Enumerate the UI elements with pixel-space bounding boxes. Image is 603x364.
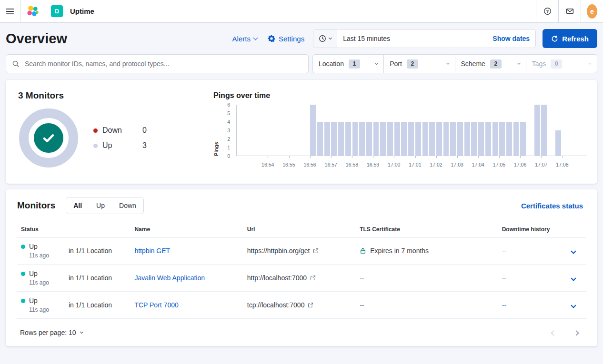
date-quick-select-button[interactable] xyxy=(313,30,337,48)
ping-bar xyxy=(338,122,344,156)
monitor-name-link[interactable]: TCP Port 7000 xyxy=(134,301,178,309)
ping-bar xyxy=(492,122,498,156)
date-range-value[interactable]: Last 15 minutes xyxy=(337,35,487,42)
ping-bar xyxy=(324,122,330,156)
filter-down-button[interactable]: Down xyxy=(112,197,143,214)
filter-label: Port xyxy=(390,60,402,68)
filter-bar: Location 1 Port 2 Scheme 2 Tags 0 xyxy=(6,54,597,73)
ping-bar xyxy=(443,122,449,156)
last-check-time: 11s ago xyxy=(29,252,69,259)
x-tick-label: 16:55 xyxy=(282,162,295,167)
alerts-menu-button[interactable]: Alerts xyxy=(231,33,259,45)
refresh-button[interactable]: Refresh xyxy=(543,29,597,48)
help-button[interactable]: ? xyxy=(536,0,558,22)
chevron-down-icon xyxy=(571,248,576,254)
location-summary: in 1/1 Location xyxy=(69,274,112,282)
monitor-name-link[interactable]: httpbin GET xyxy=(134,247,170,255)
rows-per-page-button[interactable]: Rows per page: 10 xyxy=(17,328,86,337)
newsfeed-button[interactable] xyxy=(558,0,581,22)
x-tick-label: 16:58 xyxy=(346,162,358,167)
ping-bar xyxy=(485,122,491,156)
page-controls: Alerts Settings Last 15 minutes Show dat… xyxy=(231,29,597,48)
ping-bar xyxy=(520,122,526,156)
ping-bar xyxy=(415,122,421,156)
elastic-home-button[interactable] xyxy=(20,0,45,22)
hamburger-icon xyxy=(6,7,14,16)
status-ok-circle xyxy=(34,123,63,153)
down-dot-icon xyxy=(93,128,98,133)
global-header: D Uptime ? e xyxy=(0,0,603,23)
certificates-status-link[interactable]: Certificates status xyxy=(518,201,586,210)
search-input[interactable] xyxy=(24,59,302,68)
ping-bar xyxy=(499,122,505,156)
x-tick-label: 16:59 xyxy=(367,162,379,167)
expand-row-button[interactable] xyxy=(569,245,578,257)
external-link-icon[interactable] xyxy=(308,302,313,308)
tls-expiry-text: -- xyxy=(360,301,364,309)
table-row: Up 11s ago in 1/1 Location Javalin Web A… xyxy=(17,265,586,292)
pings-chart: Pings 0123456 16:5416:5516:5616:5716:581… xyxy=(213,102,591,173)
app-breadcrumb: Uptime xyxy=(70,7,94,15)
date-picker: Last 15 minutes Show dates xyxy=(313,29,536,48)
x-tick-label: 16:57 xyxy=(325,162,337,167)
x-tick-label: 17:03 xyxy=(451,162,463,167)
settings-button[interactable]: Settings xyxy=(266,33,306,45)
external-link-icon[interactable] xyxy=(313,248,319,254)
user-menu-button[interactable]: e xyxy=(581,0,603,22)
ping-bar xyxy=(366,122,372,156)
filter-port[interactable]: Port 2 xyxy=(383,55,454,73)
monitors-title: Monitors xyxy=(17,200,55,211)
legend-row-up: Up 3 xyxy=(93,138,147,153)
chevron-right-icon xyxy=(573,330,579,335)
downtime-value: -- xyxy=(502,274,506,282)
ping-bar xyxy=(401,122,407,156)
refresh-label: Refresh xyxy=(562,35,589,43)
chevron-down-icon xyxy=(329,36,332,39)
ping-bar xyxy=(387,122,393,156)
ping-bar xyxy=(352,122,358,156)
mail-icon xyxy=(566,7,574,15)
next-page-button[interactable] xyxy=(572,326,581,339)
deployment-badge[interactable]: D xyxy=(51,5,63,17)
status-legend: Down 0 Up 3 xyxy=(93,123,147,153)
filter-location[interactable]: Location 1 xyxy=(313,55,383,73)
menu-button[interactable] xyxy=(0,0,20,22)
table-row: Up 11s ago in 1/1 Location TCP Port 7000… xyxy=(17,292,586,319)
monitor-status-filter-group: All Up Down xyxy=(66,197,144,214)
monitor-name-link[interactable]: Javalin Web Application xyxy=(134,274,205,282)
x-tick-label: 17:07 xyxy=(535,162,547,167)
filter-count-badge: 1 xyxy=(349,59,360,69)
elastic-logo-icon xyxy=(26,5,39,18)
ping-bar xyxy=(506,122,512,156)
expand-row-button[interactable] xyxy=(569,299,578,312)
up-status-dot xyxy=(21,299,25,303)
ping-bar xyxy=(345,122,351,156)
column-status: Status xyxy=(17,222,131,237)
filter-tags: Tags 0 xyxy=(526,55,597,73)
filter-up-button[interactable]: Up xyxy=(89,197,112,214)
column-tls: TLS Certificate xyxy=(356,222,498,237)
filter-count-badge: 0 xyxy=(551,59,562,69)
filter-scheme[interactable]: Scheme 2 xyxy=(455,55,526,73)
search-bar xyxy=(6,54,309,73)
monitor-url: https://httpbin.org/get xyxy=(247,247,310,255)
filter-label: Location xyxy=(319,60,344,68)
show-dates-button[interactable]: Show dates xyxy=(487,35,535,42)
legend-label: Down xyxy=(102,126,122,135)
snapshot-panel: 3 Monitors Down 0 xyxy=(6,80,597,184)
filter-count-badge: 2 xyxy=(407,59,418,69)
location-summary: in 1/1 Location xyxy=(69,247,112,255)
ping-bar xyxy=(436,122,442,156)
filter-all-button[interactable]: All xyxy=(66,197,89,214)
monitors-count-title: 3 Monitors xyxy=(18,90,211,101)
x-tick-label: 17:05 xyxy=(493,162,505,167)
status-text: Up xyxy=(29,270,38,277)
expand-row-button[interactable] xyxy=(569,272,578,285)
y-tick-label: 4 xyxy=(227,119,230,125)
tls-expiry-text: Expires in 7 months xyxy=(370,247,429,255)
legend-value: 0 xyxy=(142,126,147,135)
x-tick-label: 17:00 xyxy=(388,162,400,167)
external-link-icon[interactable] xyxy=(310,275,316,281)
monitors-table: Status Name Url TLS Certificate Downtime… xyxy=(17,222,586,319)
y-tick-label: 0 xyxy=(227,153,230,159)
